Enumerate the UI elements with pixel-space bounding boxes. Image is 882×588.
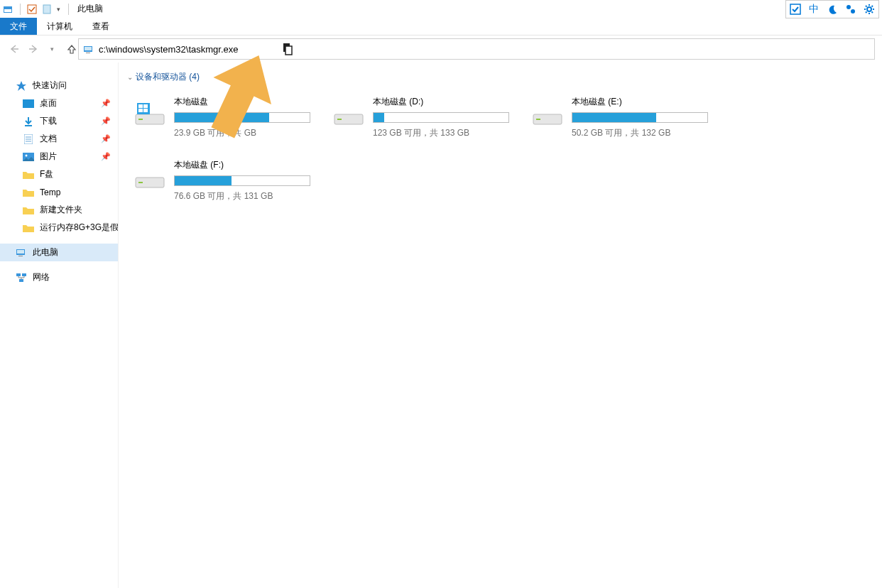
star-icon: [16, 80, 27, 92]
svg-point-8: [867, 7, 871, 11]
sidebar-item-documents[interactable]: 文档 📌: [0, 130, 118, 148]
drive-bar: [572, 112, 708, 123]
drive-bar-fill: [572, 113, 656, 122]
qat-divider: [20, 4, 21, 15]
ime-lang-button[interactable]: 中: [805, 1, 823, 18]
address-text: c:\windows\system32\taskmgr.exe: [99, 44, 239, 55]
svg-rect-35: [18, 256, 23, 256]
folder-icon: [23, 205, 34, 216]
qat-customize-dropdown[interactable]: ▾: [55, 6, 62, 13]
drives-section-header[interactable]: ⌄ 设备和驱动器 (4): [124, 70, 202, 85]
tab-computer[interactable]: 计算机: [37, 18, 82, 35]
svg-point-32: [26, 154, 28, 156]
qat-properties-icon[interactable]: [26, 4, 38, 15]
navbar: ▾ c:\windows\system32\taskmgr.exe: [0, 36, 882, 62]
sidebar-item-ram[interactable]: 运行内存8G+3G是假: [0, 219, 118, 236]
download-icon: [23, 116, 34, 127]
main: 快速访问 桌面 📌 下载 📌 文档 📌 图片 📌 F盘 Temp: [0, 62, 882, 588]
drive-info: 本地磁盘 (F:) 76.6 GB 可用，共 131 GB: [174, 159, 310, 202]
sidebar-this-pc-label: 此电脑: [33, 246, 58, 258]
sidebar-item-downloads[interactable]: 下载 📌: [0, 112, 118, 130]
drive-icon: [133, 165, 167, 190]
pin-icon: 📌: [101, 116, 111, 126]
svg-rect-37: [22, 273, 26, 276]
ime-keys-icon[interactable]: [842, 1, 860, 18]
svg-line-13: [866, 6, 867, 7]
sidebar-item-label: 图片: [40, 151, 57, 163]
drive-os-icon: [133, 102, 167, 127]
drive-e[interactable]: 本地磁盘 (E:) 50.2 GB 可用，共 132 GB: [530, 96, 708, 139]
pin-icon: 📌: [101, 134, 111, 143]
sidebar-item-desktop[interactable]: 桌面 📌: [0, 94, 118, 112]
sidebar-item-label: 下载: [40, 115, 57, 127]
ime-moon-icon[interactable]: [823, 1, 842, 18]
drive-info: 本地磁盘 23.9 GB 可用，共 GB: [174, 96, 310, 139]
ime-check-icon[interactable]: [786, 1, 805, 18]
drive-info: 本地磁盘 (E:) 50.2 GB 可用，共 132 GB: [572, 96, 708, 139]
drive-d[interactable]: 本地磁盘 (D:) 123 GB 可用，共 133 GB: [332, 96, 509, 139]
ime-settings-icon[interactable]: [860, 1, 878, 18]
back-button[interactable]: [7, 42, 21, 56]
sidebar-quick-access-label: 快速访问: [33, 80, 67, 92]
svg-rect-2: [4, 8, 11, 9]
history-dropdown[interactable]: ▾: [45, 42, 59, 56]
sidebar-item-pictures[interactable]: 图片 📌: [0, 148, 118, 165]
svg-rect-4: [43, 5, 50, 13]
svg-rect-49: [536, 119, 540, 120]
drive-icon: [332, 102, 366, 127]
qat: ▾ 此电脑: [3, 3, 103, 15]
folder-icon: [23, 187, 34, 198]
ribbon-tabs: 文件 计算机 查看: [0, 18, 882, 36]
pictures-icon: [23, 151, 34, 163]
window-title: 此电脑: [77, 3, 103, 15]
svg-rect-3: [28, 5, 36, 13]
svg-marker-24: [16, 81, 26, 91]
nav-arrows: ▾: [7, 42, 78, 56]
drive-f[interactable]: 本地磁盘 (F:) 76.6 GB 可用，共 131 GB: [133, 159, 310, 202]
sidebar-item-fdisk[interactable]: F盘: [0, 165, 118, 183]
drive-bar: [174, 112, 310, 123]
app-icon[interactable]: [3, 4, 14, 15]
chevron-down-icon: ⌄: [127, 73, 133, 81]
content-pane[interactable]: ⌄ 设备和驱动器 (4) 本地磁盘 23.9 GB 可用，共 GB: [119, 62, 882, 588]
folder-icon: [23, 222, 34, 234]
svg-rect-5: [790, 4, 800, 14]
svg-rect-36: [16, 273, 21, 276]
sidebar-network[interactable]: 网络: [0, 268, 118, 286]
svg-point-7: [851, 9, 855, 13]
qat-divider-2: [68, 4, 69, 15]
tab-view[interactable]: 查看: [82, 18, 119, 35]
qat-newfolder-icon[interactable]: [40, 4, 52, 15]
sidebar-network-label: 网络: [33, 271, 50, 283]
copy-path-button[interactable]: [281, 43, 293, 55]
svg-rect-47: [337, 119, 342, 120]
drive-stats: 76.6 GB 可用，共 131 GB: [174, 190, 310, 202]
sidebar-item-label: 桌面: [40, 97, 57, 109]
svg-rect-45: [143, 109, 148, 112]
drive-c[interactable]: 本地磁盘 23.9 GB 可用，共 GB: [133, 96, 310, 139]
drive-bar-fill: [374, 113, 384, 122]
sidebar-item-temp[interactable]: Temp: [0, 183, 118, 201]
drives-section-label: 设备和驱动器 (4): [136, 71, 200, 83]
pin-icon: 📌: [101, 99, 111, 108]
drive-icon: [530, 102, 565, 127]
tab-file[interactable]: 文件: [0, 18, 37, 35]
network-icon: [16, 272, 27, 283]
drive-stats: 50.2 GB 可用，共 132 GB: [572, 127, 708, 139]
sidebar-item-newfolder[interactable]: 新建文件夹: [0, 201, 118, 219]
sidebar-this-pc[interactable]: 此电脑: [0, 244, 118, 261]
address-bar[interactable]: c:\windows\system32\taskmgr.exe: [78, 38, 875, 60]
drive-info: 本地磁盘 (D:) 123 GB 可用，共 133 GB: [373, 96, 509, 139]
up-button[interactable]: [65, 42, 78, 56]
sidebar-quick-access[interactable]: 快速访问: [0, 77, 118, 94]
svg-rect-20: [85, 47, 92, 50]
svg-rect-21: [86, 53, 90, 53]
address-pc-icon: [83, 43, 94, 55]
svg-rect-44: [138, 109, 143, 112]
drives-grid: 本地磁盘 23.9 GB 可用，共 GB 本地磁盘 (D:) 123 GB 可用…: [133, 96, 876, 202]
svg-rect-34: [17, 250, 24, 254]
forward-button[interactable]: [26, 42, 40, 56]
svg-rect-40: [138, 119, 143, 120]
svg-rect-38: [19, 279, 23, 282]
pc-icon: [16, 247, 27, 258]
